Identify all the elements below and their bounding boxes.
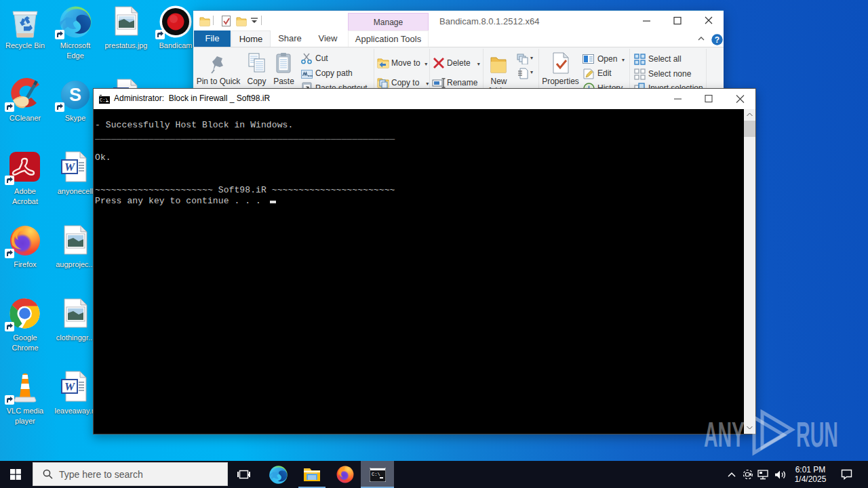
svg-text:RUN: RUN [796, 415, 838, 454]
svg-text:C:\: C:\ [372, 472, 380, 477]
svg-text:W: W [64, 380, 76, 393]
svg-text:ANY: ANY [704, 415, 745, 454]
svg-text:W: W [64, 161, 76, 174]
svg-text:?: ? [715, 35, 719, 45]
svg-text:S: S [69, 85, 81, 105]
svg-text:C:\: C:\ [100, 98, 108, 103]
